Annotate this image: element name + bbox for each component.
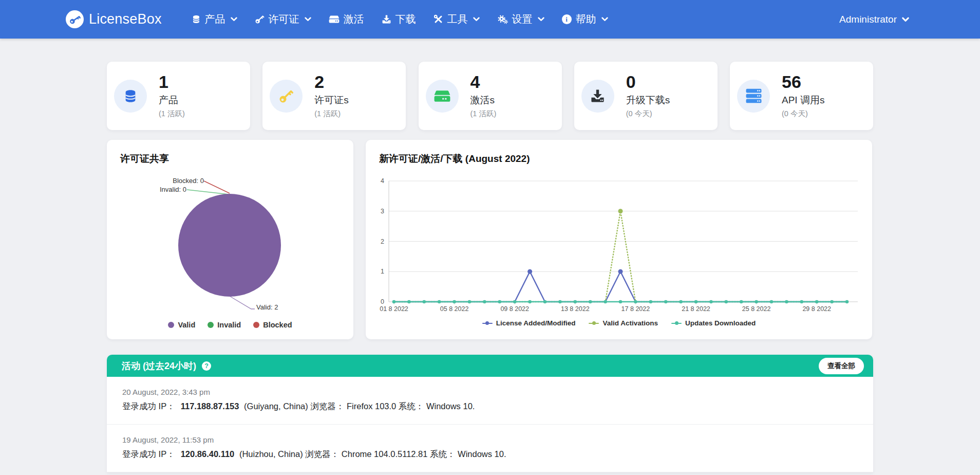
nav-label: 工具 [447, 12, 468, 26]
charts-row: 许可证共享 Blocked: 0 Invalid: 0 Valid: 2 Val… [107, 140, 873, 339]
svg-text:25 8 2022: 25 8 2022 [742, 305, 771, 313]
line-chart-legend: License Added/Modified Valid Activations… [366, 319, 872, 327]
activity-timestamp: 19 August, 2022, 11:53 pm [122, 435, 858, 444]
chevron-down-icon [538, 17, 544, 22]
activity-header: 活动 (过去24小时) ? 查看全部 [107, 355, 873, 377]
brand-logo[interactable]: LicenseBox [66, 10, 162, 28]
chevron-down-icon [305, 17, 311, 22]
nav-item-activations[interactable]: 激活 [329, 12, 364, 26]
activity-row: 19 August, 2022, 11:53 pm 登录成功 IP：120.86… [107, 425, 873, 472]
legend-marker [482, 321, 493, 325]
stat-label: 升级下载s [626, 94, 670, 107]
view-all-button[interactable]: 查看全部 [819, 358, 864, 374]
stats-row: 1 产品 (1 活跃) 2 许可证s (1 活跃) 4 激活s (1 活跃) [107, 62, 873, 130]
database-icon [123, 88, 138, 104]
nav-label: 激活 [344, 12, 364, 26]
stat-value: 0 [626, 73, 670, 92]
activity-timestamp: 20 August, 2022, 3:43 pm [122, 388, 858, 396]
stat-label: API 调用s [782, 94, 824, 107]
brand-name: LicenseBox [89, 11, 162, 27]
legend-item-updates-downloaded: Updates Downloaded [671, 319, 756, 327]
nav-item-settings[interactable]: 设置 [497, 12, 544, 26]
download-icon [382, 14, 391, 24]
svg-text:1: 1 [381, 268, 384, 275]
activity-text: 登录成功 IP：120.86.40.110 (Huizhou, China) 浏… [122, 449, 858, 460]
line-chart: 0123401 8 202205 8 202209 8 202213 8 202… [366, 140, 872, 317]
server-icon [746, 88, 762, 103]
stat-value: 1 [159, 73, 185, 92]
stat-sublabel: (1 活跃) [470, 109, 497, 119]
svg-text:17 8 2022: 17 8 2022 [621, 305, 650, 313]
user-menu-administrator[interactable]: Administrator [839, 14, 909, 25]
database-icon [192, 14, 201, 24]
chevron-down-icon [473, 17, 480, 22]
activity-list: 20 August, 2022, 3:43 pm 登录成功 IP：117.188… [107, 377, 873, 472]
question-icon[interactable]: ? [202, 361, 211, 371]
key-icon [278, 88, 294, 104]
licensebox-logo-icon [66, 10, 84, 28]
legend-item-blocked: Blocked [253, 321, 292, 329]
nav-item-help[interactable]: i 帮助 [562, 12, 608, 26]
chevron-down-icon [601, 17, 608, 22]
hdd-icon [329, 14, 340, 24]
nav-menu: 产品 许可证 激活 下载 工具 设置 i 帮助 [192, 12, 839, 26]
info-icon: i [562, 14, 572, 24]
legend-item-license-added: License Added/Modified [482, 319, 576, 327]
stat-sublabel: (1 活跃) [159, 109, 185, 119]
stat-label: 许可证s [314, 94, 349, 107]
nav-label: 下载 [395, 12, 416, 26]
pie-callout-valid: Valid: 2 [256, 303, 278, 311]
tools-icon [434, 14, 443, 24]
nav-label: 产品 [205, 12, 225, 26]
stat-card-api-calls[interactable]: 56 API 调用s (0 今天) [730, 62, 873, 130]
chevron-down-icon [902, 17, 909, 22]
activity-panel: 活动 (过去24小时) ? 查看全部 20 August, 2022, 3:43… [107, 355, 873, 472]
stat-sublabel: (0 今天) [626, 109, 670, 119]
pie-legend: Valid Invalid Blocked [107, 321, 353, 329]
pie-card-title: 许可证共享 [120, 152, 169, 166]
pie-slice-valid [178, 194, 281, 297]
svg-text:4: 4 [381, 177, 384, 185]
stat-label: 产品 [159, 94, 185, 107]
key-icon [255, 14, 265, 24]
svg-text:01 8 2022: 01 8 2022 [380, 305, 408, 313]
legend-item-invalid: Invalid [208, 321, 241, 329]
activity-ip: 117.188.87.153 [181, 401, 239, 411]
nav-item-downloads[interactable]: 下载 [382, 12, 416, 26]
nav-item-products[interactable]: 产品 [192, 12, 237, 26]
pie-callout-invalid: Invalid: 0 [104, 186, 186, 193]
gears-icon [497, 14, 508, 24]
pie-chart [107, 140, 353, 339]
stat-label: 激活s [470, 94, 497, 107]
nav-item-tools[interactable]: 工具 [434, 12, 480, 26]
stat-card-upgrade-downloads[interactable]: 0 升级下载s (0 今天) [574, 62, 718, 130]
stat-sublabel: (1 活跃) [314, 109, 349, 119]
svg-text:29 8 2022: 29 8 2022 [802, 305, 831, 313]
user-name: Administrator [839, 14, 897, 25]
legend-dot-invalid [208, 322, 214, 328]
stat-sublabel: (0 今天) [782, 109, 824, 119]
activity-title: 活动 (过去24小时) [122, 360, 196, 372]
nav-label: 设置 [512, 12, 533, 26]
svg-text:0: 0 [381, 298, 384, 305]
nav-label: 帮助 [576, 12, 596, 26]
legend-item-valid-activations: Valid Activations [589, 319, 658, 327]
activity-row: 20 August, 2022, 3:43 pm 登录成功 IP：117.188… [107, 377, 873, 425]
activity-ip: 120.86.40.110 [181, 449, 235, 459]
stat-card-licenses[interactable]: 2 许可证s (1 活跃) [262, 62, 406, 130]
svg-text:3: 3 [381, 208, 384, 215]
top-navbar: LicenseBox 产品 许可证 激活 下载 工具 设置 [0, 0, 980, 39]
legend-dot-valid [168, 322, 174, 328]
legend-dot-blocked [253, 322, 259, 328]
new-licenses-line-card: 新许可证/激活/下载 (August 2022) 0123401 8 20220… [366, 140, 872, 339]
line-card-title: 新许可证/激活/下载 (August 2022) [379, 152, 530, 166]
legend-marker [671, 321, 682, 325]
stat-value: 4 [470, 73, 497, 92]
svg-text:09 8 2022: 09 8 2022 [500, 305, 529, 313]
stat-value: 56 [782, 73, 824, 92]
stat-card-products[interactable]: 1 产品 (1 活跃) [107, 62, 250, 130]
activity-text: 登录成功 IP：117.188.87.153 (Guiyang, China) … [122, 401, 858, 412]
nav-item-licenses[interactable]: 许可证 [255, 12, 311, 26]
svg-text:2: 2 [381, 238, 384, 245]
stat-card-activations[interactable]: 4 激活s (1 活跃) [419, 62, 562, 130]
